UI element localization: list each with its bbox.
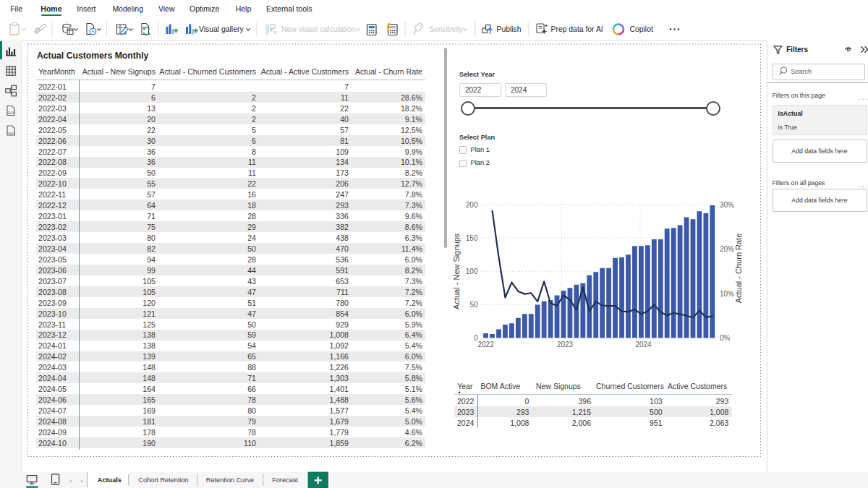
- svg-text:2023: 2023: [557, 341, 574, 348]
- svg-text:20%: 20%: [720, 245, 734, 253]
- svg-text:0%: 0%: [720, 334, 731, 342]
- svg-text:30%: 30%: [720, 201, 734, 209]
- svg-text:Actual - Churn Rate: Actual - Churn Rate: [734, 234, 743, 304]
- svg-text:TMDL: TMDL: [7, 132, 17, 135]
- svg-text:150: 150: [466, 234, 478, 242]
- svg-text:2022: 2022: [477, 341, 494, 348]
- svg-text:100: 100: [466, 267, 478, 275]
- svg-text:Actual - New Signups: Actual - New Signups: [453, 233, 461, 309]
- svg-text:DAX: DAX: [8, 111, 14, 115]
- svg-text:200: 200: [466, 201, 478, 209]
- svg-text:2024: 2024: [635, 341, 652, 348]
- svg-text:50: 50: [469, 301, 478, 309]
- svg-text:10%: 10%: [720, 290, 734, 298]
